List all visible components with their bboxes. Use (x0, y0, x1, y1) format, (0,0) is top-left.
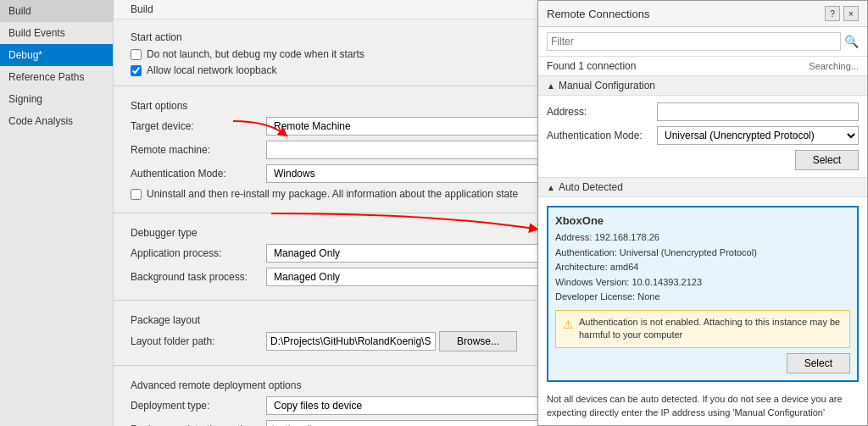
device-name: XboxOne (555, 214, 850, 227)
device-license: Developer License: None (555, 290, 850, 305)
warning-icon: ⚠ (563, 317, 574, 334)
sidebar-item-code-analysis[interactable]: Code Analysis (0, 110, 113, 132)
bg-task-label: Background task process: (131, 271, 266, 283)
manual-config-collapse[interactable]: ▲ Manual Configuration (538, 75, 867, 96)
deployment-type-label: Deployment type: (131, 400, 266, 412)
address-row: Address: (547, 102, 859, 121)
auto-detected-label: Auto Detected (559, 181, 623, 193)
device-card: XboxOne Address: 192.168.178.26 Authenti… (547, 206, 859, 382)
device-auth: Authentication: Universal (Unencrypted P… (555, 246, 850, 261)
dialog-close-button[interactable]: × (843, 6, 859, 21)
no-launch-checkbox[interactable] (131, 49, 142, 60)
found-row: Found 1 connection Searching... (538, 57, 867, 75)
sidebar: Build Build Events Debug* Reference Path… (0, 0, 114, 426)
auth-mode-label: Authentication Mode: (131, 168, 266, 180)
reinstall-checkbox[interactable] (131, 189, 142, 200)
filter-row: 🔍 (538, 27, 867, 57)
dialog-help-button[interactable]: ? (825, 6, 840, 21)
sidebar-item-reference-paths[interactable]: Reference Paths (0, 66, 113, 88)
sidebar-item-debug[interactable]: Debug* (0, 44, 113, 66)
remote-machine-label: Remote machine: (131, 144, 266, 156)
device-select-btn-row: Select (555, 353, 850, 373)
sidebar-item-build[interactable]: Build (0, 0, 113, 22)
found-text: Found 1 connection (547, 60, 636, 72)
remote-connections-dialog: Remote Connections ? × 🔍 Found 1 connect… (537, 0, 868, 426)
target-device-label: Target device: (131, 120, 266, 132)
auto-detected-body: XboxOne Address: 192.168.178.26 Authenti… (538, 197, 867, 385)
manual-config-label: Manual Configuration (559, 80, 655, 91)
device-info: Address: 192.168.178.26 Authentication: … (555, 230, 850, 305)
dialog-auth-mode-row: Authentication Mode: Universal (Unencryp… (547, 126, 859, 145)
collapse-icon: ▲ (547, 81, 555, 91)
app-process-label: Application process: (131, 247, 266, 259)
auto-detected-collapse[interactable]: ▲ Auto Detected (538, 177, 867, 197)
manual-config-body: Address: Authentication Mode: Universal … (538, 96, 867, 177)
searching-text: Searching... (809, 61, 859, 71)
layout-folder-input[interactable] (266, 332, 436, 351)
dialog-controls: ? × (825, 6, 859, 21)
device-windows: Windows Version: 10.0.14393.2123 (555, 275, 850, 290)
device-arch: Architecture: amd64 (555, 260, 850, 275)
address-input[interactable] (657, 102, 859, 121)
dialog-title: Remote Connections (547, 8, 649, 20)
layout-folder-label: Layout folder path: (131, 335, 266, 347)
device-address: Address: 192.168.178.26 (555, 230, 850, 246)
sidebar-item-build-events[interactable]: Build Events (0, 22, 113, 44)
loopback-checkbox[interactable] (131, 65, 142, 76)
device-select-button[interactable]: Select (787, 353, 850, 373)
filter-input[interactable] (547, 32, 841, 51)
dialog-titlebar: Remote Connections ? × (538, 1, 867, 27)
dialog-auth-mode-select[interactable]: Universal (Unencrypted Protocol) (657, 126, 859, 145)
sidebar-item-signing[interactable]: Signing (0, 88, 113, 110)
search-icon: 🔍 (844, 35, 859, 48)
not-found-text: Not all devices can be auto detected. If… (538, 385, 867, 426)
dialog-auth-mode-label: Authentication Mode: (547, 130, 657, 141)
browse-button[interactable]: Browse... (439, 331, 517, 351)
auto-detected-collapse-icon: ▲ (547, 183, 555, 192)
manual-select-button[interactable]: Select (795, 150, 859, 170)
warning-box: ⚠ Authentication is not enabled. Attachi… (555, 310, 850, 348)
warning-text: Authentication is not enabled. Attaching… (579, 316, 843, 342)
address-label: Address: (547, 106, 657, 118)
manual-select-btn-row: Select (547, 150, 859, 170)
